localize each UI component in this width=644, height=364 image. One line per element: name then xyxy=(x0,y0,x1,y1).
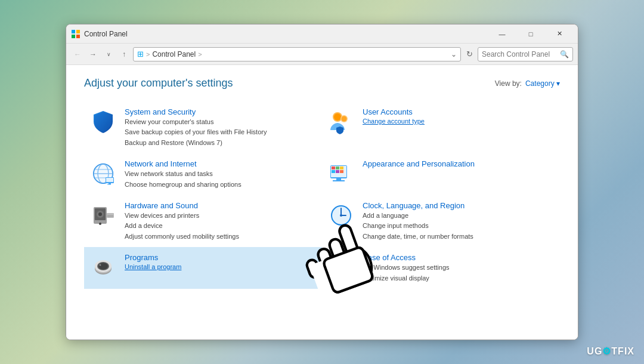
system-security-text: System and Security Review your computer… xyxy=(125,107,267,147)
category-hardware-sound[interactable]: Hardware and Sound View devices and prin… xyxy=(84,195,322,247)
window-title: Control Panel xyxy=(84,30,488,38)
svg-point-5 xyxy=(334,113,341,121)
svg-point-49 xyxy=(339,261,343,265)
svg-rect-24 xyxy=(336,170,339,173)
svg-rect-2 xyxy=(72,35,75,38)
system-security-name[interactable]: System and Security xyxy=(125,107,267,116)
clock-language-icon xyxy=(327,201,355,230)
svg-rect-34 xyxy=(107,215,113,216)
close-button[interactable]: ✕ xyxy=(546,24,573,44)
network-internet-icon xyxy=(89,159,117,188)
ease-of-access-sub2: Optimize visual display xyxy=(363,274,450,283)
categories-grid: System and Security Review your computer… xyxy=(84,101,560,289)
category-system-security[interactable]: System and Security Review your computer… xyxy=(84,101,322,153)
svg-rect-21 xyxy=(336,166,339,169)
svg-point-7 xyxy=(342,116,347,122)
clock-language-sub1: Add a language xyxy=(363,211,473,220)
user-accounts-name[interactable]: User Accounts xyxy=(363,107,425,116)
system-security-sub1: Review your computer's status xyxy=(125,118,267,127)
ease-of-access-name[interactable]: Ease of Access xyxy=(363,253,450,262)
path-arrow2: > xyxy=(198,51,202,58)
ease-of-access-text: Ease of Access Let Windows suggest setti… xyxy=(363,253,450,283)
search-input[interactable] xyxy=(482,50,558,58)
appearance-text: Appearance and Personalization xyxy=(363,159,475,168)
hardware-sound-text: Hardware and Sound View devices and prin… xyxy=(125,201,239,241)
search-icon: 🔍 xyxy=(560,50,569,58)
window-icon xyxy=(71,29,80,39)
svg-point-45 xyxy=(98,263,108,270)
category-programs[interactable]: Programs Uninstall a program xyxy=(84,247,322,289)
svg-rect-15 xyxy=(106,178,113,182)
dropdown-button[interactable]: ∨ xyxy=(102,48,115,61)
watermark: UG⚙TFIX xyxy=(587,346,634,357)
minimize-button[interactable]: — xyxy=(488,24,516,44)
system-security-sub3: Backup and Restore (Windows 7) xyxy=(125,138,267,147)
category-network-internet[interactable]: Network and Internet View network status… xyxy=(84,153,322,195)
appearance-icon xyxy=(327,159,355,188)
network-internet-sub2: Choose homegroup and sharing options xyxy=(125,180,242,189)
svg-rect-20 xyxy=(332,166,335,169)
path-dropdown-arrow[interactable]: ⌄ xyxy=(451,50,457,58)
up-button[interactable]: ↑ xyxy=(117,48,131,61)
svg-point-30 xyxy=(99,223,101,225)
viewby-label: View by: xyxy=(495,79,522,88)
hardware-sound-sub3: Adjust commonly used mobility settings xyxy=(125,232,239,241)
title-bar: Control Panel — □ ✕ xyxy=(66,24,578,44)
svg-point-32 xyxy=(98,212,102,216)
svg-rect-25 xyxy=(340,170,343,173)
maximize-button[interactable]: □ xyxy=(517,24,544,44)
hardware-sound-sub2: Add a device xyxy=(125,221,239,230)
svg-point-40 xyxy=(340,214,342,217)
path-arrow1: > xyxy=(146,51,150,58)
svg-rect-1 xyxy=(76,30,80,33)
user-accounts-sub1[interactable]: Change account type xyxy=(363,118,425,125)
window-controls: — □ ✕ xyxy=(488,24,573,44)
network-internet-sub1: View network status and tasks xyxy=(125,169,242,178)
svg-rect-3 xyxy=(76,35,80,38)
path-icon: ⊞ xyxy=(137,50,144,58)
system-security-icon xyxy=(89,107,117,136)
programs-icon xyxy=(89,253,117,282)
category-appearance[interactable]: Appearance and Personalization xyxy=(322,153,560,195)
category-clock-language[interactable]: Clock, Language, and Region Add a langua… xyxy=(322,195,560,247)
clock-language-name[interactable]: Clock, Language, and Region xyxy=(363,201,473,210)
view-by: View by: Category ▾ xyxy=(495,79,560,88)
svg-rect-27 xyxy=(333,180,345,181)
svg-rect-26 xyxy=(336,178,341,180)
svg-rect-23 xyxy=(332,170,335,173)
forward-button[interactable]: → xyxy=(86,48,100,61)
path-root: Control Panel xyxy=(152,50,196,58)
content-header: Adjust your computer's settings View by:… xyxy=(84,77,560,90)
system-security-sub2: Save backup copies of your files with Fi… xyxy=(125,128,267,137)
address-path[interactable]: ⊞ > Control Panel > ⌄ xyxy=(133,47,461,61)
back-button[interactable]: ← xyxy=(71,48,84,61)
content-area: Adjust your computer's settings View by:… xyxy=(66,65,578,340)
control-panel-window: Control Panel — □ ✕ ← → ∨ ↑ ⊞ > Control … xyxy=(66,24,578,340)
category-user-accounts[interactable]: User Accounts Change account type xyxy=(322,101,560,153)
ease-of-access-icon xyxy=(327,253,355,282)
refresh-button[interactable]: ↻ xyxy=(463,48,475,60)
programs-text: Programs Uninstall a program xyxy=(125,253,181,270)
network-internet-text: Network and Internet View network status… xyxy=(125,159,242,189)
svg-rect-22 xyxy=(340,166,343,169)
svg-point-46 xyxy=(100,264,101,266)
svg-rect-0 xyxy=(72,30,75,33)
programs-name[interactable]: Programs xyxy=(125,253,181,262)
user-accounts-icon xyxy=(327,107,355,136)
clock-language-sub2: Change input methods xyxy=(363,221,473,230)
user-accounts-text: User Accounts Change account type xyxy=(363,107,425,125)
svg-rect-35 xyxy=(107,217,113,217)
appearance-name[interactable]: Appearance and Personalization xyxy=(363,159,475,168)
category-ease-of-access[interactable]: Ease of Access Let Windows suggest setti… xyxy=(322,247,560,289)
address-bar: ← → ∨ ↑ ⊞ > Control Panel > ⌄ ↻ 🔍 xyxy=(66,44,578,65)
hardware-sound-name[interactable]: Hardware and Sound xyxy=(125,201,239,210)
viewby-value[interactable]: Category ▾ xyxy=(525,79,560,88)
hardware-sound-sub1: View devices and printers xyxy=(125,211,239,220)
search-box: 🔍 xyxy=(478,47,573,61)
network-internet-name[interactable]: Network and Internet xyxy=(125,159,242,168)
clock-language-text: Clock, Language, and Region Add a langua… xyxy=(363,201,473,241)
programs-sub-link[interactable]: Uninstall a program xyxy=(125,263,181,270)
hardware-sound-icon xyxy=(89,201,117,230)
page-title: Adjust your computer's settings xyxy=(84,77,233,90)
ease-of-access-sub1: Let Windows suggest settings xyxy=(363,263,450,272)
